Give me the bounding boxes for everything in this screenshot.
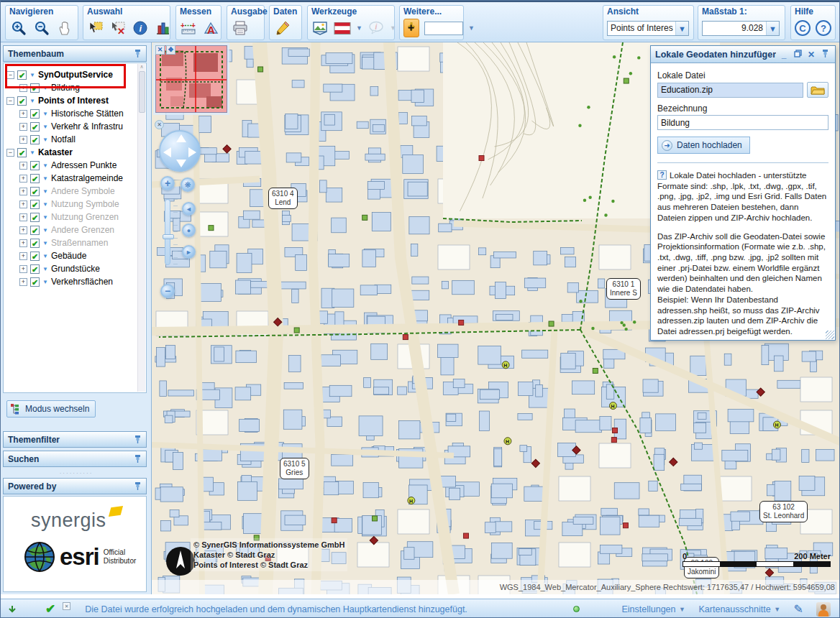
tree-item[interactable]: +✔▼Verkehr & Infrastru	[19, 121, 146, 132]
tree-item[interactable]: +✔▼Katastralgemeinde	[19, 172, 146, 184]
chevron-down-icon[interactable]: ▼	[42, 279, 48, 285]
checkbox-checked-icon[interactable]: ✔	[30, 213, 40, 222]
tray-arrow-icon[interactable]	[8, 605, 17, 614]
checkbox-checked-icon[interactable]: ✔	[30, 252, 40, 261]
powered-by-header[interactable]: Powered by	[3, 478, 147, 494]
tree-item[interactable]: −✔▼SynOutputService	[6, 69, 146, 80]
chevron-down-icon[interactable]: ▼	[42, 137, 48, 143]
next-extent-button[interactable]: ►	[182, 245, 196, 259]
maptip-bubble-button[interactable]: i	[368, 19, 385, 37]
chevron-down-icon[interactable]: ▼	[42, 266, 48, 272]
checkbox-checked-icon[interactable]: ✔	[30, 83, 40, 93]
pin-icon[interactable]	[134, 481, 142, 491]
tree-item[interactable]: +✔▼Verkehrsflächen	[19, 276, 146, 287]
weitere-dropdown-arrow[interactable]: ▼	[468, 24, 475, 32]
checkbox-checked-icon[interactable]: ✔	[17, 70, 27, 80]
checkbox-checked-icon[interactable]: ✔	[30, 122, 40, 132]
plus-expander-icon[interactable]: +	[19, 110, 27, 118]
pan-north-arrow[interactable]	[176, 134, 186, 142]
view-select[interactable]: Points of Interes ▼	[607, 21, 689, 36]
user-avatar[interactable]	[816, 602, 831, 617]
minus-expander-icon[interactable]: −	[6, 149, 14, 157]
chevron-down-icon[interactable]: ▼	[42, 188, 48, 195]
overview-close-icon[interactable]: ✕	[155, 45, 165, 55]
tree-item[interactable]: +✔▼Adressen Punkte	[19, 160, 146, 171]
pin-icon[interactable]	[134, 435, 142, 444]
overview-map[interactable]	[155, 45, 227, 113]
tree-item[interactable]: +✔▼Nutzung Symbole	[19, 198, 146, 210]
tree-scrollbar-thumb[interactable]	[139, 71, 145, 113]
chevron-down-icon[interactable]: ▼	[42, 201, 48, 208]
dialog-titlebar[interactable]: Lokale Geodaten hinzufügen _ ✕	[651, 46, 835, 63]
pin-icon[interactable]	[134, 49, 142, 58]
chevron-down-icon[interactable]: ▼	[42, 214, 48, 221]
chevron-down-icon[interactable]: ▼	[42, 240, 48, 246]
tree-item[interactable]: +✔▼Notfall	[19, 134, 146, 145]
suchen-header[interactable]: Suchen	[3, 451, 147, 467]
checkbox-checked-icon[interactable]: ✔	[30, 277, 40, 287]
tree-item[interactable]: +✔▼Nutzung Grenzen	[19, 211, 146, 223]
chevron-down-icon[interactable]: ▼	[42, 124, 48, 130]
minimize-icon[interactable]: _	[778, 50, 790, 60]
view-select-arrow-icon[interactable]: ▼	[675, 22, 688, 35]
checkbox-checked-icon[interactable]: ✔	[30, 174, 40, 183]
send-map-image-button[interactable]	[311, 19, 329, 37]
chevron-down-icon[interactable]: ▼	[29, 72, 35, 78]
upload-data-button[interactable]: ➜ Daten hochladen	[657, 137, 750, 154]
redline-pen-icon[interactable]: ✎	[794, 602, 803, 616]
checkbox-checked-icon[interactable]: ✔	[30, 161, 40, 170]
chevron-down-icon[interactable]: ▼	[29, 98, 35, 104]
chevron-down-icon[interactable]: ▼	[42, 253, 48, 259]
nav-close-icon[interactable]: ✕	[155, 120, 164, 129]
checkbox-checked-icon[interactable]: ✔	[17, 96, 27, 106]
full-extent-button[interactable]: ❋	[181, 177, 195, 192]
pin-icon[interactable]	[134, 454, 142, 464]
plus-expander-icon[interactable]: +	[19, 188, 27, 195]
local-file-input[interactable]	[657, 83, 803, 98]
prev-extent-button[interactable]: ◄	[182, 202, 196, 216]
plus-expander-icon[interactable]: +	[19, 252, 27, 260]
edit-pencil-button[interactable]	[273, 19, 292, 37]
add-geodata-button[interactable]	[403, 19, 419, 37]
map-extents-menu[interactable]: Kartenausschnitte ▼	[699, 604, 781, 614]
flag-dropdown-arrow[interactable]: ▼	[356, 24, 362, 32]
plus-expander-icon[interactable]: +	[19, 213, 27, 221]
themenbaum-header[interactable]: Themenbaum	[3, 45, 147, 62]
settings-menu[interactable]: Einstellungen ▼	[621, 604, 685, 614]
minus-expander-icon[interactable]: −	[6, 71, 14, 79]
select-features-button[interactable]	[87, 19, 104, 37]
zoom-in-round-button[interactable]: +	[160, 176, 175, 190]
plus-expander-icon[interactable]: +	[19, 162, 27, 170]
tree-item[interactable]: −✔▼Points of Interest	[6, 95, 146, 106]
tree-item[interactable]: +✔▼Straßennamen	[19, 237, 146, 249]
checkbox-checked-icon[interactable]: ✔	[30, 109, 40, 119]
zoom-out-button[interactable]	[32, 19, 50, 37]
pin-icon[interactable]	[819, 49, 831, 60]
switch-mode-button[interactable]: Modus wechseln	[6, 400, 96, 418]
pan-hand-button[interactable]	[56, 19, 74, 37]
zoom-slider-handle[interactable]	[163, 234, 174, 239]
zoom-slider[interactable]	[165, 199, 170, 265]
zoom-in-button[interactable]	[9, 19, 27, 37]
close-icon[interactable]: ✕	[805, 50, 817, 60]
tree-item[interactable]: −✔▼Kataster	[6, 147, 146, 158]
themenfilter-header[interactable]: Themenfilter	[3, 431, 147, 448]
help-button[interactable]: ?	[816, 20, 831, 36]
plus-expander-icon[interactable]: +	[19, 84, 27, 92]
plus-expander-icon[interactable]: +	[19, 123, 27, 131]
description-input[interactable]	[657, 115, 828, 130]
checkbox-checked-icon[interactable]: ✔	[30, 264, 40, 274]
plus-expander-icon[interactable]: +	[19, 278, 27, 286]
weitere-text-input[interactable]	[424, 22, 463, 35]
message-close-icon[interactable]: ✕	[63, 602, 70, 610]
tree-item[interactable]: +✔▼Grundstücke	[19, 263, 146, 275]
measure-distance-button[interactable]: ++	[180, 19, 197, 37]
copyright-button[interactable]: C	[795, 20, 811, 36]
plus-expander-icon[interactable]: +	[19, 136, 27, 144]
chevron-down-icon[interactable]: ▼	[29, 149, 35, 156]
panel-splitter-handle[interactable]: ··········	[1, 470, 152, 476]
tree-item[interactable]: +✔▼Historische Stätten	[19, 108, 146, 119]
chevron-down-icon[interactable]: ▼	[42, 175, 48, 182]
checkbox-checked-icon[interactable]: ✔	[30, 226, 40, 235]
dialog-resize-grip[interactable]	[826, 331, 834, 339]
